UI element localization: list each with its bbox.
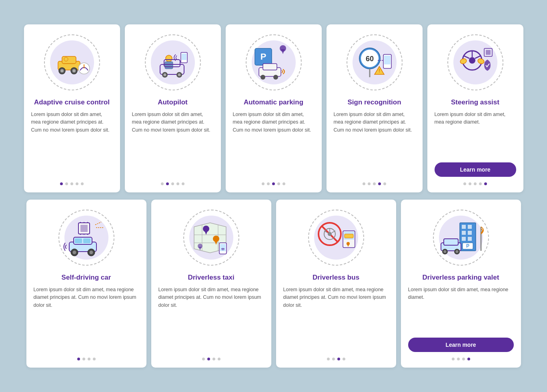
- icon-area-autopilot: [143, 32, 203, 92]
- dot-2: [65, 182, 68, 185]
- svg-rect-25: [263, 64, 277, 70]
- automatic-parking-icon: P: [252, 44, 296, 80]
- dot-3: [212, 358, 215, 360]
- dot-2: [166, 182, 169, 185]
- dot-2: [332, 358, 335, 360]
- dots-sign: [363, 182, 386, 185]
- card-title-valet: Driverless parking valet: [423, 273, 499, 282]
- card-text-steering: Lorem ipsum dolor sit dim amet, mea regi…: [435, 111, 516, 157]
- icon-area-taxi: [181, 208, 241, 268]
- svg-point-5: [72, 69, 76, 72]
- dot-2: [207, 358, 210, 360]
- dot-4: [76, 182, 78, 185]
- card-text-autopilot: Lorem ipsum dolor sit dim amet, mea regi…: [132, 111, 214, 177]
- driverless-parking-valet-icon: P: [438, 219, 484, 257]
- dots-selfdriving: [77, 358, 96, 360]
- dots-taxi: [202, 358, 220, 360]
- svg-point-16: [178, 74, 180, 76]
- svg-line-41: [475, 56, 481, 58]
- svg-rect-92: [462, 231, 466, 235]
- dot-1: [202, 358, 205, 360]
- card-text-bus: Lorem ipsum dolor sit dim amet, mea regi…: [283, 286, 389, 352]
- dot-1: [262, 182, 264, 185]
- card-title-steering: Steering assist: [451, 98, 499, 107]
- dots-steering: [463, 182, 487, 185]
- dot-1: [463, 182, 466, 185]
- svg-point-8: [64, 57, 68, 61]
- card-title-autopilot: Autopilot: [158, 98, 188, 107]
- dot-2: [368, 182, 371, 185]
- icon-area-sign: 60 !: [345, 32, 405, 92]
- dot-5: [484, 182, 487, 185]
- dot-1: [161, 182, 164, 185]
- driverless-taxi-icon: [188, 219, 234, 257]
- icon-area-steering: [445, 32, 505, 92]
- row-1: Adaptive cruise control Lorem ipsum dolo…: [10, 24, 538, 192]
- svg-rect-18: [182, 54, 186, 60]
- svg-point-9: [166, 55, 172, 62]
- autopilot-icon: [153, 44, 193, 80]
- svg-line-54: [95, 222, 101, 225]
- dot-5: [283, 182, 285, 185]
- dot-1: [60, 182, 63, 185]
- card-title-bus: Driverless bus: [313, 273, 359, 282]
- dot-1: [363, 182, 365, 185]
- svg-point-38: [469, 57, 475, 64]
- svg-rect-90: [462, 225, 466, 229]
- svg-rect-95: [468, 237, 472, 241]
- svg-point-26: [260, 75, 265, 80]
- dots-adaptive: [60, 182, 84, 185]
- svg-point-63: [90, 250, 93, 254]
- svg-point-104: [456, 250, 459, 253]
- card-title-sign: Sign recognition: [347, 98, 401, 107]
- dot-4: [378, 182, 381, 185]
- dot-2: [267, 182, 270, 185]
- svg-rect-93: [468, 231, 472, 235]
- svg-line-40: [463, 56, 469, 58]
- svg-point-3: [60, 69, 64, 72]
- dot-3: [474, 182, 477, 185]
- learn-more-button-valet[interactable]: Learn more: [408, 338, 514, 352]
- dots-valet: [452, 358, 470, 360]
- svg-point-42: [459, 58, 467, 65]
- card-text-selfdriving: Lorem ipsum dolor sit dim amet, mea regi…: [34, 286, 139, 352]
- dot-1: [77, 358, 80, 360]
- svg-rect-86: [345, 234, 353, 238]
- dot-1: [327, 358, 330, 360]
- svg-text:!: !: [379, 68, 380, 74]
- card-text-parking: Lorem ipsum dolor sit dim amet, mea regi…: [233, 111, 315, 177]
- learn-more-button-steering[interactable]: Learn more: [435, 162, 516, 177]
- icon-area-adaptive: [42, 32, 102, 92]
- svg-rect-58: [75, 238, 82, 243]
- svg-point-102: [444, 250, 447, 253]
- driverless-bus-icon: [313, 219, 359, 257]
- card-text-adaptive: Lorem ipsum dolor sit dim amet, mea regi…: [31, 111, 113, 177]
- svg-rect-34: [384, 56, 391, 64]
- dot-3: [373, 182, 376, 185]
- svg-point-43: [477, 58, 485, 65]
- dot-3: [70, 182, 73, 185]
- svg-rect-100: [444, 239, 458, 245]
- dot-4: [93, 358, 96, 360]
- icon-area-bus: [306, 208, 366, 268]
- dot-3: [88, 358, 90, 360]
- svg-point-80: [328, 232, 332, 236]
- card-text-sign: Lorem ipsum dolor sit dim amet, mea regi…: [334, 111, 415, 177]
- svg-rect-10: [165, 62, 173, 69]
- card-automatic-parking: P Automatic parking Lorem ipsum dolor si: [226, 24, 322, 192]
- svg-text:P: P: [466, 243, 469, 249]
- svg-rect-59: [83, 238, 90, 243]
- sign-recognition-icon: 60 !: [355, 44, 395, 80]
- svg-rect-94: [462, 237, 466, 241]
- card-title-selfdriving: Self-driving car: [62, 273, 111, 282]
- dot-4: [176, 182, 179, 185]
- icon-area-selfdriving: [56, 208, 116, 268]
- card-adaptive-cruise-control: Adaptive cruise control Lorem ipsum dolo…: [24, 24, 120, 192]
- card-title-taxi: Driverless taxi: [188, 273, 234, 282]
- dots-bus: [327, 358, 345, 360]
- card-driverless-bus: Driverless bus Lorem ipsum dolor sit dim…: [276, 200, 396, 368]
- adaptive-cruise-control-icon: [52, 44, 92, 80]
- svg-rect-76: [220, 244, 226, 251]
- card-autopilot: Autopilot Lorem ipsum dolor sit dim amet…: [125, 24, 221, 192]
- svg-text:60: 60: [365, 55, 373, 63]
